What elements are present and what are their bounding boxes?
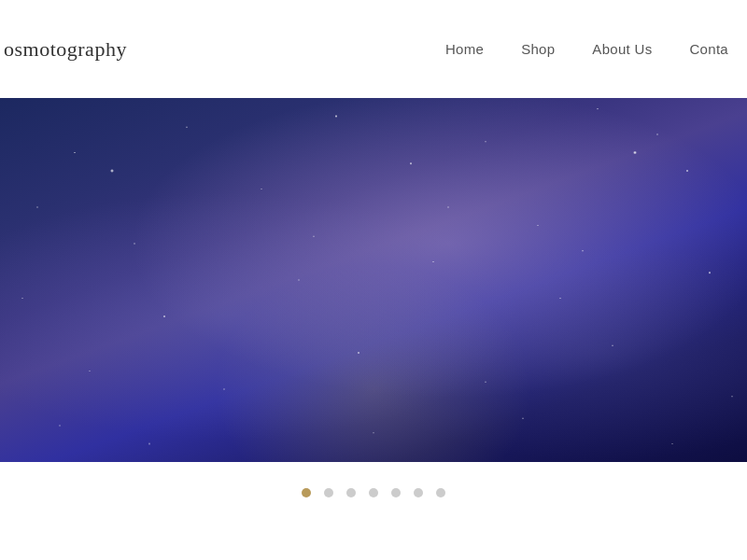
nav-item-shop[interactable]: Shop [521,41,555,57]
nav-item-about[interactable]: About Us [592,41,652,57]
site-logo[interactable]: osmotography [0,37,127,62]
carousel-dot-2[interactable] [346,488,356,497]
carousel-dot-5[interactable] [414,488,423,497]
carousel-dot-3[interactable] [369,488,378,497]
nav-item-home[interactable]: Home [445,41,484,57]
nav-item-contact[interactable]: Conta [689,41,728,57]
stars-overlay [0,98,747,462]
carousel-dots-container [0,462,747,516]
site-header: osmotography Home Shop About Us Conta [0,0,747,98]
carousel-dot-6[interactable] [436,488,445,497]
carousel-dot-4[interactable] [391,488,401,497]
hero-background [0,98,747,462]
main-nav: Home Shop About Us Conta [445,41,728,57]
carousel-dot-0[interactable] [302,488,311,497]
hero-section [0,98,747,462]
carousel-dot-1[interactable] [324,488,333,497]
